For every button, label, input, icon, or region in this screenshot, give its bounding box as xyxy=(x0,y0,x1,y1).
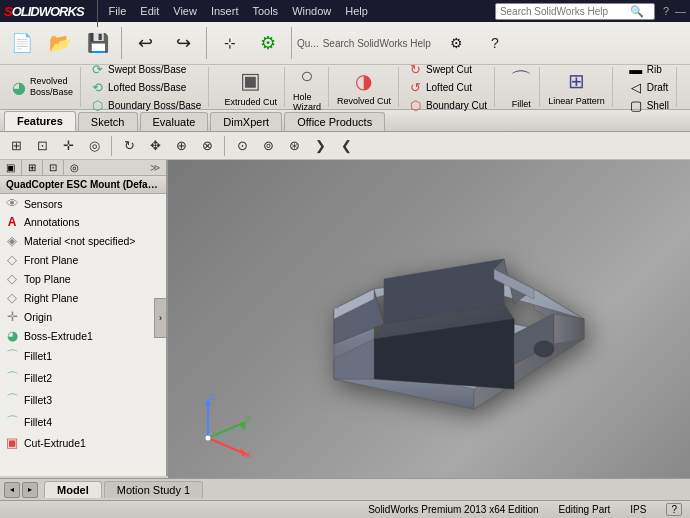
linear-pattern-button[interactable]: ⊞ Linear Pattern xyxy=(545,68,608,106)
tree-tab-config[interactable]: ⊡ xyxy=(43,160,64,175)
3d-viewport[interactable]: Z X Y xyxy=(168,160,690,478)
tree-item-sensors[interactable]: 👁 Sensors xyxy=(0,194,166,213)
search-input[interactable] xyxy=(500,6,630,17)
draft-button[interactable]: ◁ Draft xyxy=(625,79,672,96)
tab-evaluate[interactable]: Evaluate xyxy=(140,112,209,131)
right-plane-label: Right Plane xyxy=(24,292,78,304)
tab-dimxpert[interactable]: DimXpert xyxy=(210,112,282,131)
tree-tab-display[interactable]: ◎ xyxy=(64,160,85,175)
tree-tab-props[interactable]: ⊞ xyxy=(22,160,43,175)
menu-file[interactable]: File xyxy=(103,3,133,19)
sec-btn-target[interactable]: ◎ xyxy=(82,135,106,157)
tab-features[interactable]: Features xyxy=(4,111,76,131)
fillet3-label: Fillet3 xyxy=(24,394,52,406)
status-editing: Editing Part xyxy=(559,504,611,515)
save-button[interactable]: 💾 xyxy=(80,24,116,62)
options-button[interactable]: ⚙ xyxy=(439,24,475,62)
nav-next-button[interactable]: ▸ xyxy=(22,482,38,498)
fillet2-label: Fillet2 xyxy=(24,372,52,384)
search-box[interactable]: 🔍 xyxy=(495,3,655,20)
menu-tools[interactable]: Tools xyxy=(246,3,284,19)
sec-btn-light[interactable]: ❯ xyxy=(308,135,332,157)
sec-btn-zoom-area[interactable]: ⊗ xyxy=(195,135,219,157)
swept-cut-button[interactable]: ↻ Swept Cut xyxy=(404,61,490,78)
tree-item-top-plane[interactable]: ◇ Top Plane xyxy=(0,269,166,288)
tree-tab-model[interactable]: ▣ xyxy=(0,160,22,175)
help-icon[interactable]: ? xyxy=(663,5,669,17)
swept-boss-icon: ⟳ xyxy=(89,62,105,77)
tree-expand-handle[interactable]: › xyxy=(154,298,166,338)
sec-btn-zoom-fit[interactable]: ⊕ xyxy=(169,135,193,157)
revolved-boss-button[interactable]: ◕ RevolvedBoss/Base xyxy=(8,75,76,99)
redo-button[interactable]: ↪ xyxy=(165,24,201,62)
rebuild-button[interactable]: ⚙ xyxy=(250,24,286,62)
tree-collapse-icon[interactable]: ≫ xyxy=(144,160,166,175)
tree-item-origin[interactable]: ✛ Origin xyxy=(0,307,166,326)
extruded-cut-button[interactable]: ▣ Extruded Cut xyxy=(221,68,280,106)
wrap-group: ⊛ Wrap ⊗ Intersect ⊞ Mirror xyxy=(685,67,690,107)
fillet-button[interactable]: ⌒ Fillet xyxy=(507,68,535,106)
sec-btn-snap[interactable]: ⊡ xyxy=(30,135,54,157)
sec-btn-display[interactable]: ⊚ xyxy=(256,135,280,157)
select-button[interactable]: ⊹ xyxy=(212,24,248,62)
swept-boss-group: ⟳ Swept Boss/Base ⟲ Lofted Boss/Base ⬡ B… xyxy=(82,67,209,107)
lofted-cut-button[interactable]: ↺ Lofted Cut xyxy=(404,79,490,96)
boundary-boss-icon: ⬡ xyxy=(89,98,105,113)
help-button[interactable]: ? xyxy=(477,24,513,62)
tree-item-fillet3[interactable]: ⌒ Fillet3 xyxy=(0,389,166,411)
hole-wizard-label: HoleWizard xyxy=(293,92,321,112)
svg-marker-15 xyxy=(554,314,584,344)
shell-button[interactable]: ▢ Shell xyxy=(625,97,672,114)
rib-button[interactable]: ▬ Rib xyxy=(625,61,672,78)
boundary-boss-button[interactable]: ⬡ Boundary Boss/Base xyxy=(86,97,204,114)
fillet1-icon: ⌒ xyxy=(4,347,20,365)
revolved-cut-button[interactable]: ◑ Revolved Cut xyxy=(334,68,394,106)
annotations-icon: A xyxy=(4,215,20,229)
menu-window[interactable]: Window xyxy=(286,3,337,19)
sec-btn-pan[interactable]: ✥ xyxy=(143,135,167,157)
tree-item-boss-extrude[interactable]: ◕ Boss-Extrude1 xyxy=(0,326,166,345)
sec-btn-camera[interactable]: ❮ xyxy=(334,135,358,157)
sec-btn-view[interactable]: ⊙ xyxy=(230,135,254,157)
tree-item-fillet1[interactable]: ⌒ Fillet1 xyxy=(0,345,166,367)
tab-office[interactable]: Office Products xyxy=(284,112,385,131)
draft-label: Draft xyxy=(647,82,669,93)
status-help[interactable]: ? xyxy=(666,503,682,516)
sec-btn-grid[interactable]: ⊞ xyxy=(4,135,28,157)
hole-wizard-button[interactable]: ○ HoleWizard xyxy=(290,68,324,106)
hole-wizard-icon: ○ xyxy=(300,63,313,89)
bottom-tab-model[interactable]: Model xyxy=(44,481,102,498)
menu-view[interactable]: View xyxy=(167,3,203,19)
sec-btn-add[interactable]: ✛ xyxy=(56,135,80,157)
tree-item-fillet4[interactable]: ⌒ Fillet4 xyxy=(0,411,166,433)
menu-help[interactable]: Help xyxy=(339,3,374,19)
menu-edit[interactable]: Edit xyxy=(134,3,165,19)
undo-button[interactable]: ↩ xyxy=(127,24,163,62)
lofted-boss-button[interactable]: ⟲ Lofted Boss/Base xyxy=(86,79,204,96)
swept-boss-button[interactable]: ⟳ Swept Boss/Base xyxy=(86,61,204,78)
tree-item-front-plane[interactable]: ◇ Front Plane xyxy=(0,250,166,269)
fillet2-icon: ⌒ xyxy=(4,369,20,387)
tree-item-cut-extrude[interactable]: ▣ Cut-Extrude1 xyxy=(0,433,166,452)
svg-point-16 xyxy=(534,341,554,357)
tree-item-material[interactable]: ◈ Material <not specified> xyxy=(0,231,166,250)
bottom-tab-motion[interactable]: Motion Study 1 xyxy=(104,481,203,498)
minimize-icon[interactable]: — xyxy=(675,5,686,17)
tab-sketch[interactable]: Sketch xyxy=(78,112,138,131)
menu-insert[interactable]: Insert xyxy=(205,3,245,19)
tree-item-fillet2[interactable]: ⌒ Fillet2 xyxy=(0,367,166,389)
svg-text:X: X xyxy=(245,450,251,458)
tabs-strip: Features Sketch Evaluate DimXpert Office… xyxy=(0,110,690,132)
open-button[interactable]: 📂 xyxy=(42,24,78,62)
boundary-cut-button[interactable]: ⬡ Boundary Cut xyxy=(404,97,490,114)
qu-label: Qu... xyxy=(297,38,319,49)
nav-prev-button[interactable]: ◂ xyxy=(4,482,20,498)
help-icon2: ? xyxy=(491,36,499,50)
fillet-group: ⌒ Fillet xyxy=(503,67,540,107)
tree-item-annotations[interactable]: A Annotations xyxy=(0,213,166,231)
sec-btn-section[interactable]: ⊛ xyxy=(282,135,306,157)
new-button[interactable]: 📄 xyxy=(4,24,40,62)
tree-item-right-plane[interactable]: ◇ Right Plane xyxy=(0,288,166,307)
material-icon: ◈ xyxy=(4,233,20,248)
sec-btn-rotate[interactable]: ↻ xyxy=(117,135,141,157)
